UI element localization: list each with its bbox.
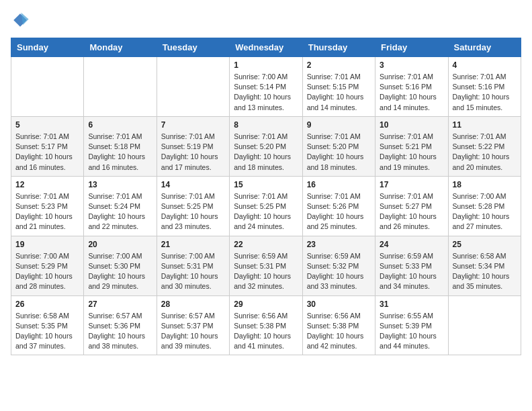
day-number: 13 (88, 180, 152, 189)
day-info: Sunrise: 6:58 AM Sunset: 5:35 PM Dayligh… (15, 311, 79, 352)
calendar-cell: 1Sunrise: 7:00 AM Sunset: 5:14 PM Daylig… (230, 57, 302, 117)
day-info: Sunrise: 7:01 AM Sunset: 5:20 PM Dayligh… (234, 132, 298, 173)
day-info: Sunrise: 6:58 AM Sunset: 5:34 PM Dayligh… (453, 251, 517, 292)
day-info: Sunrise: 6:55 AM Sunset: 5:39 PM Dayligh… (380, 311, 443, 352)
day-number: 15 (234, 180, 298, 189)
day-number: 7 (161, 120, 225, 130)
day-number: 11 (453, 120, 517, 130)
day-number: 30 (307, 300, 371, 309)
calendar-cell: 2Sunrise: 7:01 AM Sunset: 5:15 PM Daylig… (302, 57, 375, 117)
day-info: Sunrise: 7:00 AM Sunset: 5:14 PM Dayligh… (234, 72, 298, 113)
day-number: 18 (453, 180, 517, 189)
calendar-cell: 21Sunrise: 7:00 AM Sunset: 5:31 PM Dayli… (157, 236, 229, 295)
day-info: Sunrise: 7:00 AM Sunset: 5:31 PM Dayligh… (161, 251, 225, 292)
day-number: 27 (88, 300, 152, 309)
logo (11, 11, 32, 30)
calendar-cell: 11Sunrise: 7:01 AM Sunset: 5:22 PM Dayli… (448, 116, 521, 176)
calendar-cell: 7Sunrise: 7:01 AM Sunset: 5:19 PM Daylig… (157, 116, 229, 176)
day-number: 2 (307, 60, 371, 70)
day-info: Sunrise: 7:01 AM Sunset: 5:16 PM Dayligh… (453, 72, 517, 113)
day-number: 3 (380, 60, 443, 70)
calendar-cell: 27Sunrise: 6:57 AM Sunset: 5:36 PM Dayli… (84, 295, 157, 355)
day-info: Sunrise: 7:01 AM Sunset: 5:15 PM Dayligh… (307, 72, 371, 113)
calendar-cell: 29Sunrise: 6:56 AM Sunset: 5:38 PM Dayli… (230, 295, 302, 355)
day-number: 21 (161, 240, 225, 249)
day-number: 25 (453, 240, 517, 249)
calendar-cell (11, 57, 84, 117)
day-info: Sunrise: 6:59 AM Sunset: 5:33 PM Dayligh… (380, 251, 443, 292)
day-number: 31 (380, 300, 443, 309)
day-info: Sunrise: 6:59 AM Sunset: 5:31 PM Dayligh… (234, 251, 298, 292)
day-info: Sunrise: 7:01 AM Sunset: 5:20 PM Dayligh… (307, 132, 371, 173)
calendar-cell: 6Sunrise: 7:01 AM Sunset: 5:18 PM Daylig… (84, 116, 157, 176)
calendar-cell: 26Sunrise: 6:58 AM Sunset: 5:35 PM Dayli… (11, 295, 84, 355)
calendar-cell: 14Sunrise: 7:01 AM Sunset: 5:25 PM Dayli… (157, 176, 229, 236)
calendar-cell: 4Sunrise: 7:01 AM Sunset: 5:16 PM Daylig… (448, 57, 521, 117)
calendar-week-row: 19Sunrise: 7:00 AM Sunset: 5:29 PM Dayli… (11, 236, 521, 295)
calendar-cell: 25Sunrise: 6:58 AM Sunset: 5:34 PM Dayli… (448, 236, 521, 295)
calendar-cell: 16Sunrise: 7:01 AM Sunset: 5:26 PM Dayli… (302, 176, 375, 236)
calendar-cell: 30Sunrise: 6:56 AM Sunset: 5:38 PM Dayli… (302, 295, 375, 355)
day-info: Sunrise: 7:01 AM Sunset: 5:16 PM Dayligh… (380, 72, 443, 113)
day-info: Sunrise: 7:01 AM Sunset: 5:25 PM Dayligh… (161, 191, 225, 232)
day-number: 1 (234, 60, 298, 70)
calendar-cell: 24Sunrise: 6:59 AM Sunset: 5:33 PM Dayli… (375, 236, 448, 295)
day-number: 23 (307, 240, 371, 249)
calendar-cell: 12Sunrise: 7:01 AM Sunset: 5:23 PM Dayli… (11, 176, 84, 236)
calendar-cell: 13Sunrise: 7:01 AM Sunset: 5:24 PM Dayli… (84, 176, 157, 236)
calendar-body: 1Sunrise: 7:00 AM Sunset: 5:14 PM Daylig… (11, 57, 521, 355)
day-info: Sunrise: 7:01 AM Sunset: 5:17 PM Dayligh… (15, 132, 79, 173)
day-info: Sunrise: 6:59 AM Sunset: 5:32 PM Dayligh… (307, 251, 371, 292)
calendar-cell: 18Sunrise: 7:00 AM Sunset: 5:28 PM Dayli… (448, 176, 521, 236)
calendar-cell: 8Sunrise: 7:01 AM Sunset: 5:20 PM Daylig… (230, 116, 302, 176)
calendar-header-cell: Thursday (302, 38, 375, 57)
calendar-cell: 22Sunrise: 6:59 AM Sunset: 5:31 PM Dayli… (230, 236, 302, 295)
day-info: Sunrise: 7:01 AM Sunset: 5:23 PM Dayligh… (15, 191, 79, 232)
day-info: Sunrise: 6:56 AM Sunset: 5:38 PM Dayligh… (307, 311, 371, 352)
day-info: Sunrise: 6:57 AM Sunset: 5:36 PM Dayligh… (88, 311, 152, 352)
day-number: 29 (234, 300, 298, 309)
day-info: Sunrise: 7:01 AM Sunset: 5:27 PM Dayligh… (380, 191, 443, 232)
calendar-week-row: 12Sunrise: 7:01 AM Sunset: 5:23 PM Dayli… (11, 176, 521, 236)
calendar-header-cell: Saturday (448, 38, 521, 57)
day-number: 12 (15, 180, 79, 189)
day-info: Sunrise: 7:01 AM Sunset: 5:19 PM Dayligh… (161, 132, 225, 173)
calendar-week-row: 5Sunrise: 7:01 AM Sunset: 5:17 PM Daylig… (11, 116, 521, 176)
day-info: Sunrise: 7:01 AM Sunset: 5:21 PM Dayligh… (380, 132, 443, 173)
calendar-week-row: 26Sunrise: 6:58 AM Sunset: 5:35 PM Dayli… (11, 295, 521, 355)
calendar-cell: 5Sunrise: 7:01 AM Sunset: 5:17 PM Daylig… (11, 116, 84, 176)
day-number: 14 (161, 180, 225, 189)
page-header (11, 11, 521, 30)
day-info: Sunrise: 7:01 AM Sunset: 5:22 PM Dayligh… (453, 132, 517, 173)
day-info: Sunrise: 6:57 AM Sunset: 5:37 PM Dayligh… (161, 311, 225, 352)
day-number: 17 (380, 180, 443, 189)
logo-icon (11, 11, 30, 30)
calendar-cell: 9Sunrise: 7:01 AM Sunset: 5:20 PM Daylig… (302, 116, 375, 176)
calendar-cell: 28Sunrise: 6:57 AM Sunset: 5:37 PM Dayli… (157, 295, 229, 355)
day-info: Sunrise: 7:00 AM Sunset: 5:28 PM Dayligh… (453, 191, 517, 232)
calendar-header-cell: Tuesday (157, 38, 229, 57)
calendar-header-row: SundayMondayTuesdayWednesdayThursdayFrid… (11, 38, 521, 57)
day-number: 28 (161, 300, 225, 309)
day-number: 19 (15, 240, 79, 249)
day-number: 20 (88, 240, 152, 249)
calendar-cell: 19Sunrise: 7:00 AM Sunset: 5:29 PM Dayli… (11, 236, 84, 295)
day-number: 6 (88, 120, 152, 130)
day-info: Sunrise: 7:00 AM Sunset: 5:30 PM Dayligh… (88, 251, 152, 292)
day-number: 10 (380, 120, 443, 130)
calendar-cell: 3Sunrise: 7:01 AM Sunset: 5:16 PM Daylig… (375, 57, 448, 117)
calendar-cell: 31Sunrise: 6:55 AM Sunset: 5:39 PM Dayli… (375, 295, 448, 355)
day-number: 8 (234, 120, 298, 130)
calendar-header-cell: Friday (375, 38, 448, 57)
calendar-cell: 10Sunrise: 7:01 AM Sunset: 5:21 PM Dayli… (375, 116, 448, 176)
day-info: Sunrise: 7:00 AM Sunset: 5:29 PM Dayligh… (15, 251, 79, 292)
day-info: Sunrise: 7:01 AM Sunset: 5:26 PM Dayligh… (307, 191, 371, 232)
calendar-header-cell: Wednesday (230, 38, 302, 57)
calendar-cell (157, 57, 229, 117)
calendar-header-cell: Sunday (11, 38, 84, 57)
calendar-cell: 20Sunrise: 7:00 AM Sunset: 5:30 PM Dayli… (84, 236, 157, 295)
day-info: Sunrise: 7:01 AM Sunset: 5:25 PM Dayligh… (234, 191, 298, 232)
day-number: 26 (15, 300, 79, 309)
calendar-cell: 23Sunrise: 6:59 AM Sunset: 5:32 PM Dayli… (302, 236, 375, 295)
calendar-cell: 17Sunrise: 7:01 AM Sunset: 5:27 PM Dayli… (375, 176, 448, 236)
